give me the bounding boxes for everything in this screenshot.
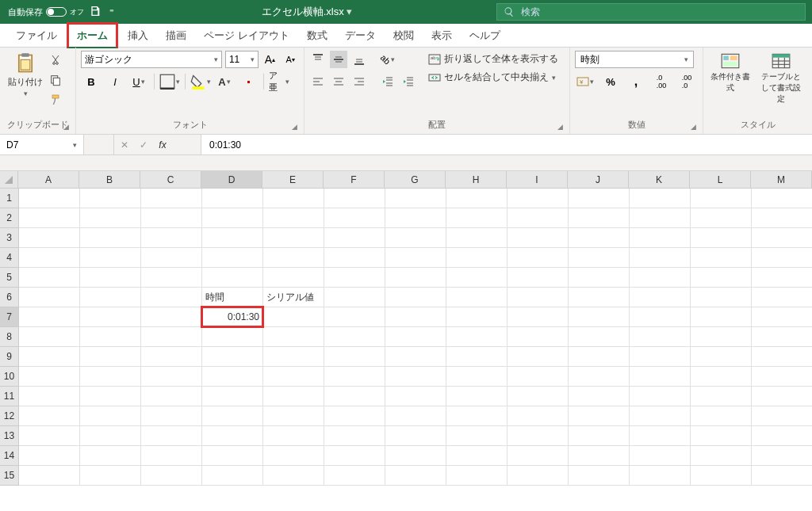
tab-help[interactable]: ヘルプ — [462, 25, 508, 47]
cell-C2[interactable] — [141, 208, 202, 228]
tab-draw[interactable]: 描画 — [158, 25, 194, 47]
font-color-button[interactable]: A▾ — [214, 73, 235, 90]
cell-A9[interactable] — [19, 347, 80, 367]
cell-J5[interactable] — [569, 268, 630, 288]
cell-C6[interactable] — [141, 288, 202, 307]
tab-formulas[interactable]: 数式 — [299, 25, 335, 47]
cell-D8[interactable] — [202, 327, 263, 347]
fill-color-button[interactable]: ▾ — [190, 73, 211, 90]
cell-J15[interactable] — [569, 466, 630, 486]
cell-C11[interactable] — [141, 387, 202, 406]
row-header-14[interactable]: 14 — [0, 446, 19, 466]
formula-input[interactable]: 0:01:30 — [201, 135, 812, 154]
cell-H7[interactable] — [446, 307, 508, 327]
cell-G4[interactable] — [385, 248, 446, 268]
cell-K6[interactable] — [630, 288, 691, 307]
cell-M6[interactable] — [752, 288, 812, 307]
cell-K8[interactable] — [630, 327, 691, 347]
comma-format-icon[interactable]: , — [626, 73, 646, 90]
cell-M5[interactable] — [752, 268, 812, 288]
cell-D13[interactable] — [202, 426, 263, 446]
cell-D1[interactable] — [202, 189, 263, 208]
cell-C14[interactable] — [141, 446, 202, 466]
row-header-7[interactable]: 7 — [0, 307, 19, 327]
cell-J2[interactable] — [569, 208, 630, 228]
align-center-icon[interactable] — [330, 73, 347, 90]
col-header-J[interactable]: J — [568, 171, 629, 189]
cell-B3[interactable] — [80, 228, 141, 248]
cell-G13[interactable] — [385, 426, 446, 446]
cell-A5[interactable] — [19, 268, 80, 288]
cell-E15[interactable] — [263, 466, 324, 486]
dialog-launcher-icon[interactable]: ◢ — [557, 123, 563, 131]
cell-H14[interactable] — [446, 446, 508, 466]
name-box[interactable]: D7▾ — [0, 135, 84, 154]
cell-B15[interactable] — [80, 466, 141, 486]
autosave-toggle[interactable]: 自動保存 オフ — [8, 6, 84, 18]
cell-F11[interactable] — [324, 387, 385, 406]
cell-G7[interactable] — [385, 307, 446, 327]
cell-M11[interactable] — [752, 387, 812, 406]
cell-I15[interactable] — [508, 466, 569, 486]
cell-B2[interactable] — [80, 208, 141, 228]
number-format-select[interactable]: 時刻▾ — [575, 51, 694, 68]
cell-J6[interactable] — [569, 288, 630, 307]
increase-font-icon[interactable]: A▴ — [262, 51, 279, 68]
cell-C9[interactable] — [141, 347, 202, 367]
row-header-12[interactable]: 12 — [0, 406, 19, 426]
cell-F14[interactable] — [324, 446, 385, 466]
save-icon[interactable] — [89, 5, 102, 20]
cell-B12[interactable] — [80, 406, 141, 426]
cell-K1[interactable] — [630, 189, 691, 208]
cell-M15[interactable] — [752, 466, 812, 486]
cell-B10[interactable] — [80, 367, 141, 387]
enter-formula-icon[interactable]: ✓ — [136, 139, 151, 151]
row-header-13[interactable]: 13 — [0, 426, 19, 446]
cell-H10[interactable] — [446, 367, 508, 387]
col-header-I[interactable]: I — [507, 171, 568, 189]
cell-K12[interactable] — [630, 406, 691, 426]
cell-I5[interactable] — [508, 268, 569, 288]
cell-I8[interactable] — [508, 327, 569, 347]
cell-M4[interactable] — [752, 248, 812, 268]
cell-G14[interactable] — [385, 446, 446, 466]
spreadsheet-grid[interactable]: ABCDEFGHIJKLM 123456789101112131415 時間シリ… — [0, 171, 812, 486]
tab-view[interactable]: 表示 — [423, 25, 460, 47]
tab-layout[interactable]: ページ レイアウト — [196, 25, 297, 47]
cell-H3[interactable] — [446, 228, 508, 248]
cell-F1[interactable] — [324, 189, 385, 208]
cell-J12[interactable] — [569, 406, 630, 426]
cell-L5[interactable] — [691, 268, 752, 288]
cell-D5[interactable] — [202, 268, 263, 288]
cell-K9[interactable] — [630, 347, 691, 367]
cell-E1[interactable] — [263, 189, 324, 208]
cell-K15[interactable] — [630, 466, 691, 486]
cell-F8[interactable] — [324, 327, 385, 347]
align-bottom-icon[interactable] — [350, 51, 368, 68]
cell-B6[interactable] — [80, 288, 141, 307]
cell-G6[interactable] — [385, 288, 446, 307]
cell-I13[interactable] — [508, 426, 569, 446]
cell-F13[interactable] — [324, 426, 385, 446]
cell-G1[interactable] — [385, 189, 446, 208]
cell-M2[interactable] — [752, 208, 812, 228]
cell-C5[interactable] — [141, 268, 202, 288]
cell-F15[interactable] — [324, 466, 385, 486]
cell-I10[interactable] — [508, 367, 569, 387]
cell-E10[interactable] — [263, 367, 324, 387]
cell-K3[interactable] — [630, 228, 691, 248]
cell-D12[interactable] — [202, 406, 263, 426]
cell-J4[interactable] — [569, 248, 630, 268]
dialog-launcher-icon[interactable]: ◢ — [63, 123, 69, 131]
cell-C3[interactable] — [141, 228, 202, 248]
cell-I2[interactable] — [508, 208, 569, 228]
cell-L10[interactable] — [691, 367, 752, 387]
cell-C1[interactable] — [141, 189, 202, 208]
cell-L4[interactable] — [691, 248, 752, 268]
cell-K11[interactable] — [630, 387, 691, 406]
cell-J7[interactable] — [569, 307, 630, 327]
cell-M9[interactable] — [752, 347, 812, 367]
col-header-E[interactable]: E — [262, 171, 324, 189]
row-header-4[interactable]: 4 — [0, 248, 19, 268]
cell-E3[interactable] — [263, 228, 324, 248]
